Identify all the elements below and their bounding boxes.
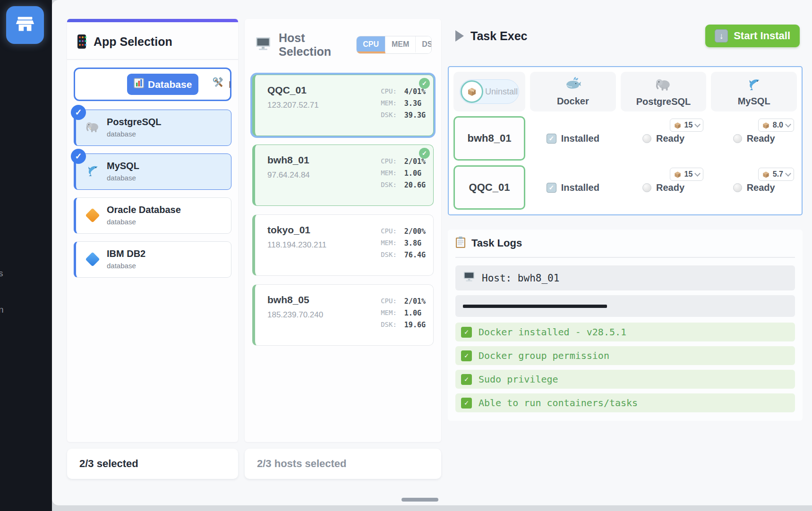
metric-tab-dsk[interactable]: DSK	[416, 36, 432, 53]
checked-checkbox-icon: ✓	[547, 183, 556, 193]
log-text: Sudo privilege	[479, 374, 558, 385]
tab-database[interactable]: Database	[127, 74, 198, 95]
postgresql-version-select[interactable]: 15	[670, 119, 704, 132]
package-icon	[762, 121, 770, 129]
selected-check-badge: ✓	[71, 149, 86, 164]
left-sidebar: s n	[0, 0, 52, 511]
ready-radio[interactable]	[733, 134, 742, 143]
monitor-icon	[255, 36, 271, 53]
blue-diamond-icon	[85, 252, 100, 266]
hosts-selected-status: 2/3 hosts selected	[245, 449, 441, 479]
elephant-icon	[655, 77, 672, 94]
mysql-version-select[interactable]: 5.7	[758, 168, 794, 181]
metric-tab-mem[interactable]: MEM	[385, 36, 416, 53]
tab-database-label: Database	[148, 79, 192, 90]
progress-bar	[463, 305, 607, 308]
orange-diamond-icon	[85, 208, 100, 222]
docker-status-cell: ✓ Installed	[530, 165, 616, 210]
log-lines: ✓ Docker installed - v28.5.1 ✓ Docker gr…	[455, 323, 795, 412]
postgresql-version-select[interactable]: 15	[670, 168, 704, 181]
selected-check-badge: ✓	[71, 105, 86, 120]
app-item-mysql[interactable]: ✓ MySQL database	[74, 153, 231, 190]
host-card-qqc-01[interactable]: ✓ QQC_01 123.207.52.71 CPU: 4/01% MEM: 3…	[252, 75, 434, 136]
host-name: tokyo_01	[267, 224, 326, 236]
host-selection-panel: Host Selection CPU MEM DSK ✓ QQC_01 123.…	[245, 19, 441, 442]
log-text: Able to run containers/tasks	[479, 397, 638, 409]
dsk-label: DSK:	[381, 251, 397, 259]
cpu-label: CPU:	[381, 297, 397, 306]
task-panel-title: Task Exec	[470, 29, 527, 43]
download-icon: ↓	[715, 29, 728, 43]
package-icon	[467, 86, 477, 97]
host-card-tokyo-01[interactable]: tokyo_01 118.194.230.211 CPU: 2/00% MEM:…	[252, 214, 434, 276]
host-name: QQC_01	[267, 85, 319, 96]
host-name: bwh8_01	[267, 154, 310, 166]
app-panel-title: App Selection	[94, 35, 172, 49]
clipboard-icon	[455, 236, 466, 250]
docker-status-cell: ✓ Installed	[530, 116, 616, 161]
mem-label: MEM:	[381, 169, 397, 178]
dolphin-icon	[746, 77, 762, 93]
mem-value: 3.3G	[404, 99, 426, 108]
panel-accent-bar	[67, 19, 238, 22]
grid-host-bwh8-01[interactable]: bwh8_01	[453, 116, 525, 161]
checked-checkbox-icon: ✓	[547, 134, 556, 144]
log-line: ✓ Able to run containers/tasks	[455, 393, 795, 412]
postgresql-task-cell: 15 Ready	[621, 165, 707, 210]
ready-radio[interactable]	[733, 183, 742, 192]
app-category-tabbar: Database Management	[74, 68, 231, 101]
dolphin-icon	[85, 164, 100, 179]
app-type: database	[107, 218, 181, 226]
mysql-version-select[interactable]: 8.0	[758, 119, 794, 132]
clipped-text-fragment: s	[0, 268, 3, 279]
host-card-bwh8-01[interactable]: ✓ bwh8_01 97.64.24.84 CPU: 2/01% MEM: 1.…	[252, 145, 434, 206]
dsk-value: 19.6G	[404, 321, 426, 329]
uninstall-toggle[interactable]: Uninstall	[460, 79, 519, 104]
host-name: bwh8_05	[267, 294, 323, 306]
app-name: MySQL	[107, 161, 139, 171]
ready-label: Ready	[747, 182, 775, 193]
chevron-down-icon	[694, 121, 701, 128]
host-card-bwh8-05[interactable]: bwh8_05 185.239.70.240 CPU: 2/01% MEM: 1…	[252, 284, 434, 346]
app-type: database	[107, 262, 145, 270]
tools-icon	[213, 77, 225, 92]
log-text: Docker group permission	[479, 350, 609, 361]
app-item-postgresql[interactable]: ✓	[74, 110, 231, 146]
app-item-oracle-database[interactable]: Oracle Database database	[74, 197, 231, 234]
task-matrix: Uninstall Docker	[448, 66, 803, 215]
bottom-edge-strip	[0, 505, 812, 511]
installed-label: Installed	[561, 133, 599, 144]
mysql-task-cell: 5.7 Ready	[711, 165, 797, 210]
column-label: PostgreSQL	[636, 96, 691, 107]
start-install-button[interactable]: ↓ Start Install	[705, 25, 800, 47]
uninstall-toggle-cell: Uninstall	[453, 72, 525, 111]
app-list: ✓	[67, 102, 238, 285]
host-selection-column: Host Selection CPU MEM DSK ✓ QQC_01 123.…	[245, 19, 441, 479]
bottom-drag-handle[interactable]	[402, 498, 438, 502]
column-label: MySQL	[738, 96, 770, 107]
log-separator-row	[455, 295, 795, 317]
check-icon: ✓	[461, 398, 472, 409]
ready-radio[interactable]	[642, 134, 651, 143]
dsk-value: 39.3G	[404, 111, 426, 119]
metric-tab-cpu[interactable]: CPU	[357, 36, 385, 53]
host-panel-title: Host Selection	[279, 31, 349, 59]
log-host-text: Host: bwh8_01	[482, 273, 559, 284]
host-ip: 118.194.230.211	[267, 240, 326, 250]
host-ip: 185.239.70.240	[267, 310, 323, 320]
app-item-ibm-db2[interactable]: IBM DB2 database	[74, 241, 231, 278]
grid-host-qqc-01[interactable]: QQC_01	[453, 165, 525, 210]
chevron-down-icon	[785, 170, 791, 177]
main-window: App Selection	[52, 0, 812, 505]
store-app-button[interactable]	[6, 6, 44, 44]
chevron-down-icon	[694, 170, 701, 177]
host-ip: 97.64.24.84	[267, 170, 310, 180]
cpu-value: 2/00%	[404, 227, 426, 236]
tab-management[interactable]: Management	[213, 77, 231, 92]
chevron-down-icon	[785, 121, 791, 128]
check-icon: ✓	[461, 374, 472, 385]
postgresql-task-cell: 15 Ready	[621, 116, 707, 161]
column-header-postgresql: PostgreSQL	[621, 72, 707, 111]
task-logs-panel: Task Logs Host: bwh8_01	[448, 230, 803, 421]
ready-radio[interactable]	[642, 183, 651, 192]
